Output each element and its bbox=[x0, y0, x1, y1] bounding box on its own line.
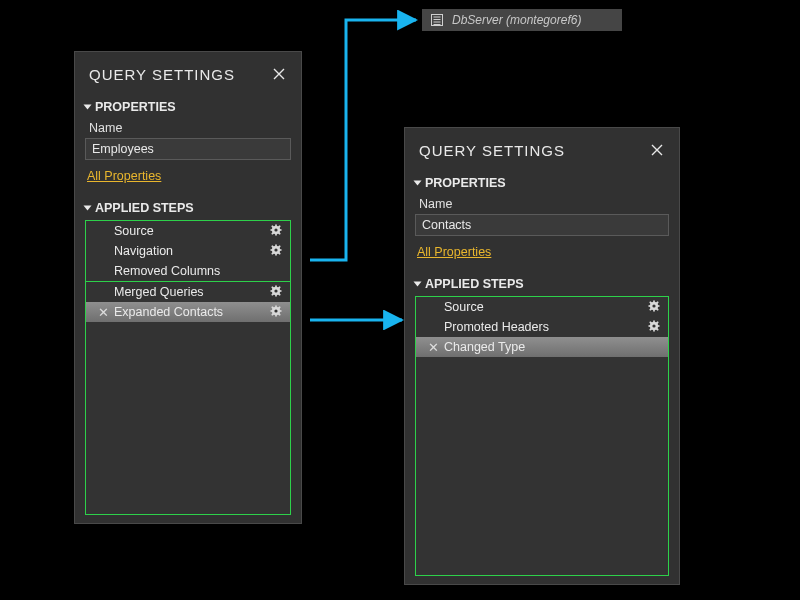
step-label: Removed Columns bbox=[114, 264, 270, 278]
properties-section: PROPERTIES Name All Properties bbox=[405, 172, 679, 273]
svg-point-9 bbox=[274, 309, 277, 312]
step-row[interactable]: ✕Changed Type bbox=[416, 337, 668, 357]
step-row[interactable]: ✕Expanded Contacts bbox=[86, 302, 290, 322]
svg-point-5 bbox=[274, 228, 277, 231]
svg-point-10 bbox=[652, 304, 655, 307]
steps-list: ✕Source✕Navigation✕Removed Columns✕Merge… bbox=[85, 220, 291, 515]
delete-step-icon[interactable]: ✕ bbox=[426, 340, 440, 355]
svg-point-6 bbox=[274, 248, 277, 251]
step-label: Navigation bbox=[114, 244, 270, 258]
chevron-down-icon bbox=[414, 181, 422, 186]
gear-icon[interactable] bbox=[270, 244, 284, 258]
step-row[interactable]: ✕Source bbox=[86, 221, 290, 241]
step-label: Expanded Contacts bbox=[114, 305, 270, 319]
step-label: Merged Queries bbox=[114, 285, 270, 299]
name-label: Name bbox=[85, 119, 291, 138]
db-chip[interactable]: DbServer (montegoref6) bbox=[422, 9, 622, 31]
gear-icon[interactable] bbox=[648, 320, 662, 334]
step-label: Changed Type bbox=[444, 340, 648, 354]
chevron-down-icon bbox=[84, 105, 92, 110]
section-heading: PROPERTIES bbox=[95, 100, 176, 114]
all-properties-link[interactable]: All Properties bbox=[87, 169, 161, 183]
step-label: Promoted Headers bbox=[444, 320, 648, 334]
step-row[interactable]: ✕Removed Columns bbox=[86, 261, 290, 281]
section-heading: PROPERTIES bbox=[425, 176, 506, 190]
step-row[interactable]: ✕Promoted Headers bbox=[416, 317, 668, 337]
step-label: Source bbox=[444, 300, 648, 314]
name-input[interactable] bbox=[415, 214, 669, 236]
close-button[interactable] bbox=[269, 64, 289, 84]
step-label: Source bbox=[114, 224, 270, 238]
gear-icon[interactable] bbox=[270, 224, 284, 238]
steps-list: ✕Source✕Promoted Headers✕Changed Type bbox=[415, 296, 669, 576]
server-icon bbox=[430, 13, 444, 27]
section-heading: APPLIED STEPS bbox=[95, 201, 194, 215]
gear-icon[interactable] bbox=[270, 305, 284, 319]
section-heading: APPLIED STEPS bbox=[425, 277, 524, 291]
close-button[interactable] bbox=[647, 140, 667, 160]
gear-icon[interactable] bbox=[270, 285, 284, 299]
query-settings-panel-right: QUERY SETTINGS PROPERTIES Name All Prope… bbox=[404, 127, 680, 585]
panel-title-bar: QUERY SETTINGS bbox=[75, 52, 301, 96]
properties-section: PROPERTIES Name All Properties bbox=[75, 96, 301, 197]
name-input[interactable] bbox=[85, 138, 291, 160]
chevron-down-icon bbox=[414, 282, 422, 287]
panel-title-bar: QUERY SETTINGS bbox=[405, 128, 679, 172]
panel-title: QUERY SETTINGS bbox=[89, 66, 235, 83]
step-row[interactable]: ✕Source bbox=[416, 297, 668, 317]
svg-point-11 bbox=[652, 324, 655, 327]
step-row[interactable]: ✕Merged Queries bbox=[86, 282, 290, 302]
step-row[interactable]: ✕Navigation bbox=[86, 241, 290, 261]
chevron-down-icon bbox=[84, 206, 92, 211]
panel-title: QUERY SETTINGS bbox=[419, 142, 565, 159]
delete-step-icon[interactable]: ✕ bbox=[96, 305, 110, 320]
query-settings-panel-left: QUERY SETTINGS PROPERTIES Name All Prope… bbox=[74, 51, 302, 524]
svg-point-8 bbox=[274, 289, 277, 292]
name-label: Name bbox=[415, 195, 669, 214]
db-chip-label: DbServer (montegoref6) bbox=[452, 13, 581, 27]
all-properties-link[interactable]: All Properties bbox=[417, 245, 491, 259]
gear-icon[interactable] bbox=[648, 300, 662, 314]
